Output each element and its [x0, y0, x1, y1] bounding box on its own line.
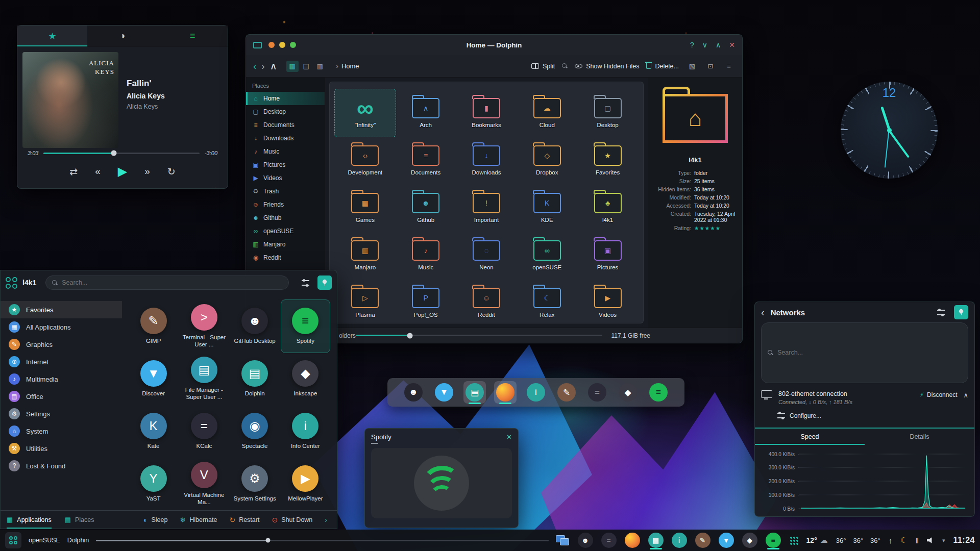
sleep-button[interactable]: ◐ Sleep: [143, 516, 167, 524]
place-friends[interactable]: ☺ Friends: [246, 198, 325, 211]
taskbar-info-center[interactable]: i: [670, 531, 689, 550]
launcher-search-input[interactable]: [62, 279, 282, 286]
category-system[interactable]: ⌂ System: [1, 422, 122, 440]
folder-desktop[interactable]: ▢ Desktop: [577, 89, 638, 137]
folder-reddit[interactable]: ☺ Reddit: [456, 279, 517, 323]
play-icon[interactable]: ▶: [118, 164, 127, 179]
split-button[interactable]: Split: [531, 63, 555, 70]
folder-documents[interactable]: ≡ Documents: [396, 137, 456, 184]
place-opensuse[interactable]: ∞ openSUSE: [246, 224, 325, 238]
category-multimedia[interactable]: ♪ Multimedia: [1, 370, 122, 388]
place-trash[interactable]: ♻ Trash: [246, 185, 325, 198]
taskbar-firefox[interactable]: [623, 531, 642, 550]
folder-development[interactable]: ‹› Development: [335, 137, 396, 184]
grid-tray-icon[interactable]: [790, 536, 798, 545]
place-downloads[interactable]: ↓ Downloads: [246, 132, 325, 145]
folder-dropbox[interactable]: ◇ Dropbox: [517, 137, 577, 184]
place-desktop[interactable]: ▢ Desktop: [246, 105, 325, 118]
volume-icon[interactable]: [927, 537, 934, 544]
place-videos[interactable]: ▶ Videos: [246, 171, 325, 185]
folder-opensuse[interactable]: ∞ openSUSE: [517, 232, 577, 279]
minimize-button[interactable]: ∨: [702, 41, 707, 49]
category-utilities[interactable]: ⚒ Utilities: [1, 440, 122, 457]
up-button[interactable]: ∧: [270, 61, 277, 71]
taskbar-slider[interactable]: [96, 540, 548, 541]
app-yast[interactable]: Y YaST: [129, 458, 178, 510]
folder-important[interactable]: ! Important: [456, 184, 517, 232]
pin-button[interactable]: [317, 276, 332, 290]
folder-kde[interactable]: K KDE: [517, 184, 577, 232]
dock-kcalc[interactable]: =: [586, 381, 608, 404]
taskbar-gimp[interactable]: ✎: [694, 531, 712, 550]
folder-infinity[interactable]: ∞ "Infinity": [335, 89, 396, 137]
app-virtual-machine-manager[interactable]: V Virtual Machine Ma...: [180, 458, 228, 510]
seek-knob[interactable]: [111, 151, 116, 156]
restart-button[interactable]: ↻ Restart: [229, 516, 259, 524]
show-hidden-files-button[interactable]: Show Hidden Files: [575, 63, 639, 70]
select-mode-icon[interactable]: ▧: [686, 61, 698, 72]
app-mellowplayer[interactable]: ▶ MellowPlayer: [281, 458, 330, 510]
delete-button[interactable]: Delete...: [646, 63, 679, 70]
search-icon[interactable]: [562, 63, 568, 69]
dock-discover[interactable]: ▼: [433, 381, 455, 404]
networks-search[interactable]: [761, 322, 968, 383]
launcher-search[interactable]: [45, 276, 289, 290]
folder-pictures[interactable]: ▣ Pictures: [577, 232, 638, 279]
place-home[interactable]: ⌂ Home: [246, 92, 325, 105]
folder-arch[interactable]: ∧ Arch: [396, 89, 456, 137]
tab-speed[interactable]: Speed: [755, 429, 865, 445]
breadcrumb-location[interactable]: Home: [341, 62, 359, 70]
icons-view-icon[interactable]: ▦: [286, 61, 299, 72]
maximize-button[interactable]: ∧: [716, 41, 721, 49]
window-dot-green[interactable]: [290, 42, 296, 48]
folder-neon[interactable]: ◌ Neon: [456, 232, 517, 279]
fullscreen-icon[interactable]: ⊡: [704, 61, 717, 72]
place-pictures[interactable]: ▣ Pictures: [246, 158, 325, 171]
zoom-slider[interactable]: [356, 335, 602, 336]
app-info-center[interactable]: i Info Center: [281, 405, 330, 458]
next-icon[interactable]: »: [144, 166, 150, 177]
disconnect-button[interactable]: ⚡ Disconnect: [920, 391, 958, 398]
place-manjaro[interactable]: ▥ Manjaro: [246, 238, 325, 251]
folder-relax[interactable]: ☾ Relax: [517, 279, 577, 323]
tab-details[interactable]: Details: [865, 429, 974, 445]
tab-places[interactable]: ▤ Places: [65, 511, 94, 529]
app-github-desktop[interactable]: ☻ GitHub Desktop: [231, 300, 279, 353]
folder-cloud[interactable]: ☁ Cloud: [517, 89, 577, 137]
filter-button[interactable]: [298, 276, 312, 290]
place-reddit[interactable]: ◉ Reddit: [246, 251, 325, 264]
collapse-chevron-icon[interactable]: ∧: [963, 391, 968, 399]
filter-button[interactable]: [934, 305, 948, 319]
dock-gimp[interactable]: ✎: [555, 381, 578, 404]
app-file-manager-super-user[interactable]: ▤ File Manager - Super User ...: [180, 353, 228, 405]
previous-icon[interactable]: «: [95, 166, 101, 177]
taskbar-menu-label[interactable]: openSUSE: [29, 537, 60, 544]
tab-applications[interactable]: ▦ Applications: [7, 511, 52, 529]
window-preview-icon[interactable]: [556, 535, 569, 545]
app-dolphin[interactable]: ▤ Dolphin: [231, 353, 279, 405]
browse-tab-icon[interactable]: ◑: [87, 26, 157, 46]
close-icon[interactable]: ✕: [506, 433, 512, 441]
back-button[interactable]: ‹: [761, 307, 765, 318]
app-inkscape[interactable]: ◆ Inkscape: [281, 353, 330, 405]
configure-button[interactable]: Configure...: [777, 412, 968, 419]
connection-item[interactable]: 802-ethernet connection Connected, ↓ 0 B…: [755, 383, 974, 407]
folder-bookmarks[interactable]: ▮ Bookmarks: [456, 89, 517, 137]
repeat-icon[interactable]: ↻: [167, 166, 176, 178]
tray-expand-icon[interactable]: ▾: [942, 537, 945, 544]
category-office[interactable]: ▤ Office: [1, 388, 122, 405]
more-button[interactable]: ›: [325, 516, 331, 524]
app-terminal-super-user[interactable]: > Terminal - Super User ...: [180, 300, 228, 353]
seek-slider[interactable]: [43, 153, 200, 154]
help-button[interactable]: ?: [690, 41, 694, 49]
hamburger-menu-icon[interactable]: ≡: [723, 61, 735, 72]
hibernate-button[interactable]: ❄ Hibernate: [180, 516, 217, 524]
taskbar-spotify[interactable]: ≡: [764, 531, 782, 550]
window-dot-yellow[interactable]: [279, 42, 285, 48]
app-gimp[interactable]: ✎ GIMP: [129, 300, 178, 353]
shutdown-button[interactable]: ⊙ Shut Down: [272, 516, 312, 524]
place-github[interactable]: ☻ Github: [246, 211, 325, 224]
dock-info-center[interactable]: i: [525, 381, 547, 404]
folder-favorites[interactable]: ★ Favorites: [577, 137, 638, 184]
window-dot-orange[interactable]: [268, 42, 275, 48]
